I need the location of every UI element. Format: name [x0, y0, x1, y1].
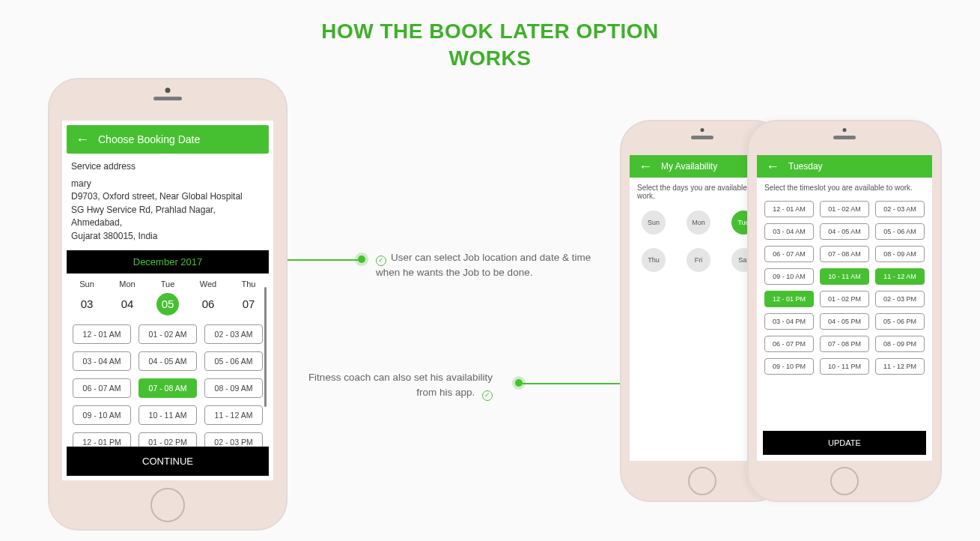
- day-name: Wed: [190, 279, 227, 288]
- time-slot-chip[interactable]: 03 - 04 AM: [764, 223, 814, 240]
- time-slot-button[interactable]: 01 - 02 AM: [139, 324, 197, 344]
- slot-row: 03 - 04 AM04 - 05 AM05 - 06 AM: [68, 351, 267, 371]
- appbar-title: Tuesday: [788, 161, 823, 172]
- date-column[interactable]: Sun03: [69, 279, 106, 315]
- day-chip[interactable]: Fri: [687, 248, 710, 272]
- connector-dot-1: [358, 256, 365, 263]
- phone-user-booking: ← Choose Booking Date Service address ma…: [48, 78, 287, 531]
- time-slot-chip[interactable]: 02 - 03 PM: [875, 291, 925, 307]
- day-name: Sun: [69, 279, 106, 288]
- title-line2: WORKS: [449, 46, 532, 70]
- phone-speaker-icon: [833, 136, 856, 139]
- time-slot-chip[interactable]: 01 - 02 PM: [820, 291, 869, 307]
- service-address-label: Service address: [62, 154, 273, 175]
- phone-speaker-icon: [691, 136, 713, 139]
- slot-row: 12 - 01 AM01 - 02 AM02 - 03 AM: [68, 324, 267, 344]
- phone-home-button[interactable]: [688, 467, 716, 495]
- time-slot-button[interactable]: 10 - 11 AM: [139, 405, 197, 425]
- time-slot-chip[interactable]: 12 - 01 PM: [764, 291, 814, 307]
- date-picker-row: Sun03Mon04Tue05Wed06Thu07: [62, 273, 273, 318]
- appbar-title: My Availability: [661, 161, 717, 172]
- time-slot-button[interactable]: 06 - 07 AM: [73, 378, 131, 398]
- time-slot-chip[interactable]: 05 - 06 AM: [875, 223, 925, 240]
- day-chip[interactable]: Thu: [642, 248, 666, 272]
- time-slot-chip[interactable]: 04 - 05 PM: [820, 313, 869, 330]
- caption-2-text: Fitness coach can also set his availabil…: [308, 372, 493, 398]
- appbar-day: ← Tuesday: [757, 155, 932, 178]
- date-column[interactable]: Tue05: [150, 279, 186, 315]
- day-chip[interactable]: Sun: [642, 211, 666, 235]
- time-slot-chip[interactable]: 10 - 11 AM: [820, 268, 869, 285]
- time-slot-chip[interactable]: 03 - 04 PM: [764, 313, 814, 330]
- time-slot-chip[interactable]: 06 - 07 PM: [764, 336, 814, 352]
- back-arrow-icon[interactable]: ←: [766, 160, 779, 173]
- address-line3: Gujarat 380015, India: [71, 230, 264, 243]
- check-icon: ✓: [482, 390, 493, 401]
- time-slot-chip[interactable]: 11 - 12 AM: [875, 268, 925, 285]
- screen-booking: ← Choose Booking Date Service address ma…: [62, 121, 273, 480]
- phone-day-timeslots: ← Tuesday Select the timeslot you are av…: [747, 120, 942, 502]
- time-slot-grid: 12 - 01 AM01 - 02 AM02 - 03 AM03 - 04 AM…: [62, 318, 273, 452]
- time-slot-chip[interactable]: 05 - 06 PM: [875, 313, 925, 330]
- time-slot-chip[interactable]: 09 - 10 PM: [764, 358, 814, 375]
- time-slot-button[interactable]: 02 - 03 AM: [204, 324, 263, 344]
- back-arrow-icon[interactable]: ←: [76, 133, 89, 146]
- month-header: December 2017: [67, 250, 269, 273]
- caption-coach-availability: Fitness coach can also set his availabil…: [298, 370, 493, 401]
- time-slot-chip[interactable]: 10 - 11 PM: [820, 358, 869, 375]
- screen-availability-slots: ← Tuesday Select the timeslot you are av…: [757, 155, 932, 461]
- day-number[interactable]: 05: [156, 293, 179, 315]
- update-button[interactable]: UPDATE: [763, 431, 926, 455]
- timeslot-grid: 12 - 01 AM01 - 02 AM02 - 03 AM03 - 04 AM…: [757, 198, 932, 378]
- back-arrow-icon[interactable]: ←: [639, 160, 652, 173]
- caption-user-select: ✓User can select Job location and date &…: [376, 250, 608, 281]
- time-slot-chip[interactable]: 07 - 08 PM: [820, 336, 869, 352]
- appbar-title: Choose Booking Date: [98, 133, 200, 145]
- time-slot-chip[interactable]: 11 - 12 PM: [875, 358, 925, 375]
- day-name: Thu: [231, 279, 267, 288]
- time-slot-button[interactable]: 03 - 04 AM: [73, 351, 131, 371]
- date-column[interactable]: Mon04: [109, 279, 146, 315]
- phone-camera-icon: [843, 128, 847, 132]
- phone-home-button[interactable]: [150, 488, 185, 522]
- scrollbar-vertical[interactable]: [264, 287, 267, 407]
- service-address-block: mary D9703, Oxford street, Near Global H…: [62, 175, 273, 250]
- page-title: HOW THE BOOK LATER OPTION WORKS: [0, 0, 980, 73]
- time-slot-button[interactable]: 07 - 08 AM: [139, 378, 197, 398]
- time-slot-chip[interactable]: 08 - 09 PM: [875, 336, 925, 352]
- date-column[interactable]: Thu07: [231, 279, 267, 315]
- time-slot-button[interactable]: 04 - 05 AM: [139, 351, 197, 371]
- phone-speaker-icon: [153, 97, 182, 100]
- connector-dot-2: [515, 379, 523, 387]
- time-slot-chip[interactable]: 01 - 02 AM: [820, 201, 869, 217]
- day-number[interactable]: 07: [237, 293, 260, 315]
- time-slot-chip[interactable]: 06 - 07 AM: [764, 246, 814, 262]
- time-slot-chip[interactable]: 08 - 09 AM: [875, 246, 925, 262]
- slot-row: 09 - 10 AM10 - 11 AM11 - 12 AM: [68, 405, 267, 425]
- time-slot-chip[interactable]: 12 - 01 AM: [764, 201, 814, 217]
- phone-home-button[interactable]: [830, 467, 859, 495]
- day-chip[interactable]: Mon: [687, 211, 710, 235]
- address-name: mary: [71, 178, 264, 190]
- time-slot-button[interactable]: 08 - 09 AM: [204, 378, 263, 398]
- time-slot-chip[interactable]: 02 - 03 AM: [875, 201, 925, 217]
- connector-line-2: [523, 383, 620, 384]
- address-line1: D9703, Oxford street, Near Global Hospit…: [71, 190, 264, 203]
- date-column[interactable]: Wed06: [190, 279, 227, 315]
- time-slot-button[interactable]: 05 - 06 AM: [204, 351, 263, 371]
- address-line2: SG Hwy Service Rd, Prahlad Nagar, Ahmeda…: [71, 204, 264, 230]
- time-slot-chip[interactable]: 07 - 08 AM: [820, 246, 869, 262]
- time-slot-chip[interactable]: 04 - 05 AM: [820, 223, 869, 240]
- day-name: Mon: [109, 279, 146, 288]
- phone-camera-icon: [165, 88, 171, 93]
- continue-button[interactable]: CONTINUE: [67, 447, 269, 476]
- time-slot-button[interactable]: 11 - 12 AM: [204, 405, 263, 425]
- time-slot-button[interactable]: 12 - 01 AM: [73, 324, 131, 344]
- time-slot-chip[interactable]: 09 - 10 AM: [764, 268, 814, 285]
- time-slot-button[interactable]: 09 - 10 AM: [73, 405, 131, 425]
- phone-camera-icon: [701, 128, 704, 132]
- day-number[interactable]: 06: [197, 293, 219, 315]
- slot-row: 06 - 07 AM07 - 08 AM08 - 09 AM: [68, 378, 267, 398]
- day-number[interactable]: 04: [116, 293, 139, 315]
- day-number[interactable]: 03: [76, 293, 98, 315]
